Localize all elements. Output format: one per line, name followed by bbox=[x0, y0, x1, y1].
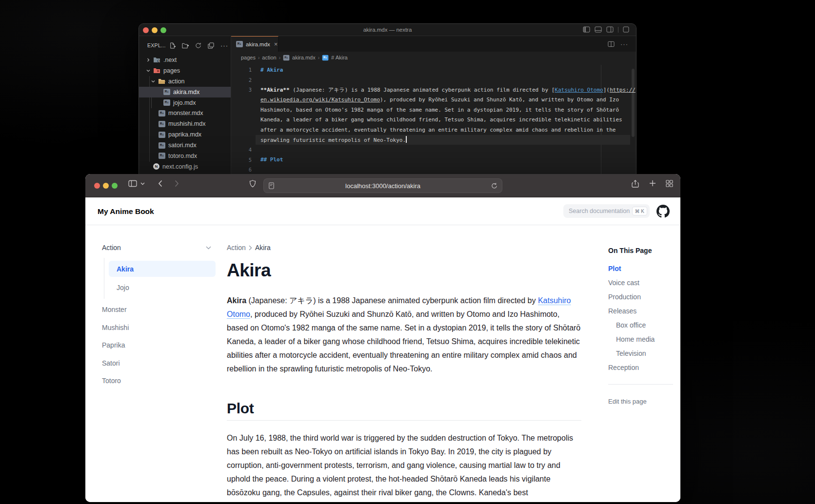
share-icon[interactable] bbox=[632, 180, 639, 188]
editor-scrollbar[interactable] bbox=[632, 69, 635, 137]
plot-paragraph: On July 16, 1988, the third world war is… bbox=[227, 431, 581, 500]
sidebar-item-akira-active[interactable]: Akira bbox=[109, 261, 216, 277]
tree-item-pages-folder[interactable]: pages bbox=[139, 65, 231, 76]
sidebar-indent-guide bbox=[104, 258, 104, 299]
code-line[interactable]: 2 bbox=[231, 75, 636, 85]
docs-main-content: Action Akira Akira Akira (Japanese: アキラ)… bbox=[227, 242, 581, 500]
refresh-icon[interactable] bbox=[195, 42, 201, 49]
sidebar-item-jojo[interactable]: Jojo bbox=[109, 279, 216, 296]
sidebar-item-satori[interactable]: Satori bbox=[102, 354, 216, 372]
toc-item-plot[interactable]: Plot bbox=[608, 262, 673, 276]
close-button[interactable] bbox=[94, 183, 100, 189]
new-file-icon[interactable] bbox=[169, 42, 176, 49]
file-tree: N .next pages action M↓ akira.mdx M↓ joj… bbox=[139, 55, 231, 172]
folder-next-icon: N bbox=[153, 57, 160, 63]
tree-item-mushishi-mdx[interactable]: M↓ mushishi.mdx bbox=[139, 118, 231, 129]
search-box[interactable]: ⌘ K bbox=[563, 204, 650, 218]
tree-item-totoro-mdx[interactable]: M↓ totoro.mdx bbox=[139, 151, 231, 161]
chevron-right-icon: › bbox=[258, 55, 259, 60]
code-line[interactable]: 3**Akira** (Japanese: アキラ) is a 1988 Jap… bbox=[231, 85, 636, 95]
tree-item-label: next.config.js bbox=[162, 163, 198, 170]
code-line[interactable]: en.wikipedia.org/wiki/Katsuhiro_Otomo), … bbox=[231, 95, 636, 105]
edit-this-page-link[interactable]: Edit this page bbox=[608, 398, 673, 405]
code-line[interactable]: 4 bbox=[231, 145, 636, 155]
tree-item-paprika-mdx[interactable]: M↓ paprika.mdx bbox=[139, 129, 231, 140]
toc-item-voice-cast[interactable]: Voice cast bbox=[608, 276, 673, 290]
new-tab-icon[interactable] bbox=[649, 180, 656, 187]
tab-akira-mdx[interactable]: M↓ akira.mdx × bbox=[231, 36, 278, 52]
code-line[interactable]: 5## Plot bbox=[231, 155, 636, 165]
chevron-down-icon[interactable] bbox=[140, 182, 145, 185]
maximize-button[interactable] bbox=[112, 183, 118, 189]
breadcrumb-item[interactable]: action bbox=[262, 55, 276, 60]
code-line[interactable]: 1# Akira bbox=[231, 65, 636, 75]
code-line[interactable]: 6 bbox=[231, 165, 636, 175]
markdown-heading-symbol-icon: M↓ bbox=[322, 55, 329, 60]
new-folder-icon[interactable] bbox=[182, 42, 189, 49]
tree-item-label: jojo.mdx bbox=[173, 99, 196, 106]
breadcrumb-item[interactable]: # Akira bbox=[331, 55, 348, 60]
sidebar-section-action[interactable]: Action bbox=[102, 241, 216, 254]
back-icon[interactable] bbox=[158, 180, 162, 187]
sidebar-item-mushishi[interactable]: Mushishi bbox=[102, 319, 216, 337]
text-cursor bbox=[406, 136, 407, 143]
code-line[interactable]: Hashimoto, based on Otomo's 1982 manga o… bbox=[231, 105, 636, 115]
toc-item-releases[interactable]: Releases bbox=[608, 304, 673, 318]
code-line-current[interactable]: sprawling futuristic metropolis of Neo-T… bbox=[231, 135, 636, 145]
url-text[interactable]: localhost:3000/action/akira bbox=[264, 182, 502, 190]
toc-item-home-media[interactable]: Home media bbox=[608, 332, 673, 347]
tree-item-label: .next bbox=[163, 57, 177, 63]
plot-heading: Plot bbox=[227, 399, 581, 418]
explorer-title: EXPL... bbox=[147, 42, 166, 48]
breadcrumb-current: Akira bbox=[255, 244, 271, 252]
svg-text:N: N bbox=[158, 60, 159, 62]
split-editor-icon[interactable] bbox=[608, 41, 615, 47]
breadcrumb-item[interactable]: akira.mdx bbox=[292, 55, 316, 60]
code-area[interactable]: 1# Akira 2 3**Akira** (Japanese: アキラ) is… bbox=[231, 65, 636, 175]
reader-icon[interactable] bbox=[269, 182, 274, 189]
mdx-file-icon: M↓ bbox=[159, 142, 165, 149]
toggle-secondary-sidebar-icon[interactable] bbox=[606, 26, 614, 33]
github-icon[interactable] bbox=[656, 205, 670, 218]
code-line[interactable]: after a motorcycle accident, eventually … bbox=[231, 125, 636, 135]
url-bar[interactable]: localhost:3000/action/akira bbox=[263, 178, 502, 193]
breadcrumb-section[interactable]: Action bbox=[227, 244, 246, 252]
tree-item-satori-mdx[interactable]: M↓ satori.mdx bbox=[139, 140, 231, 151]
code-line[interactable]: Kaneda, a leader of a biker gang whose c… bbox=[231, 115, 636, 125]
minimize-button[interactable] bbox=[103, 183, 109, 189]
toc-item-box-office[interactable]: Box office bbox=[608, 318, 673, 332]
close-tab-icon[interactable]: × bbox=[274, 40, 278, 48]
sidebar-item-monster[interactable]: Monster bbox=[102, 301, 216, 319]
collapse-folders-icon[interactable] bbox=[208, 42, 214, 49]
tree-item-label: paprika.mdx bbox=[168, 131, 201, 138]
more-actions-icon[interactable]: ··· bbox=[220, 42, 228, 49]
tree-item-akira-mdx[interactable]: M↓ akira.mdx bbox=[139, 87, 231, 97]
site-logo[interactable]: My Anime Book bbox=[98, 197, 154, 225]
toc-item-production[interactable]: Production bbox=[608, 290, 673, 304]
sidebar-item-paprika[interactable]: Paprika bbox=[102, 336, 216, 354]
sidebar-icon[interactable] bbox=[128, 180, 137, 187]
shield-icon[interactable] bbox=[249, 180, 256, 188]
tree-item-action-folder[interactable]: action bbox=[139, 76, 231, 87]
forward-icon[interactable] bbox=[175, 180, 179, 187]
toggle-panel-icon[interactable] bbox=[595, 26, 602, 33]
sidebar-item-totoro[interactable]: Totoro bbox=[102, 372, 216, 390]
toc-item-television[interactable]: Television bbox=[608, 347, 673, 361]
tree-item-next-config[interactable]: N next.config.js bbox=[139, 161, 231, 172]
folder-action-icon bbox=[158, 78, 165, 84]
window-title: akira.mdx — nextra bbox=[139, 24, 636, 36]
tree-item-label: monster.mdx bbox=[168, 110, 203, 116]
tree-item-monster-mdx[interactable]: M↓ monster.mdx bbox=[139, 108, 231, 118]
tree-item-jojo-mdx[interactable]: M↓ jojo.mdx bbox=[139, 97, 231, 108]
customize-layout-icon[interactable] bbox=[623, 26, 629, 33]
nextjs-icon: N bbox=[153, 163, 159, 170]
toc-item-reception[interactable]: Reception bbox=[608, 361, 673, 375]
breadcrumb-item[interactable]: pages bbox=[241, 55, 256, 60]
reload-icon[interactable] bbox=[491, 182, 497, 189]
toggle-sidebar-icon[interactable] bbox=[583, 26, 590, 33]
tab-overview-icon[interactable] bbox=[666, 180, 673, 187]
more-actions-icon[interactable]: ··· bbox=[620, 40, 628, 48]
tree-item-next-folder[interactable]: N .next bbox=[139, 55, 231, 65]
safari-toolbar: localhost:3000/action/akira bbox=[85, 174, 680, 197]
mdx-file-icon: M↓ bbox=[163, 99, 170, 106]
